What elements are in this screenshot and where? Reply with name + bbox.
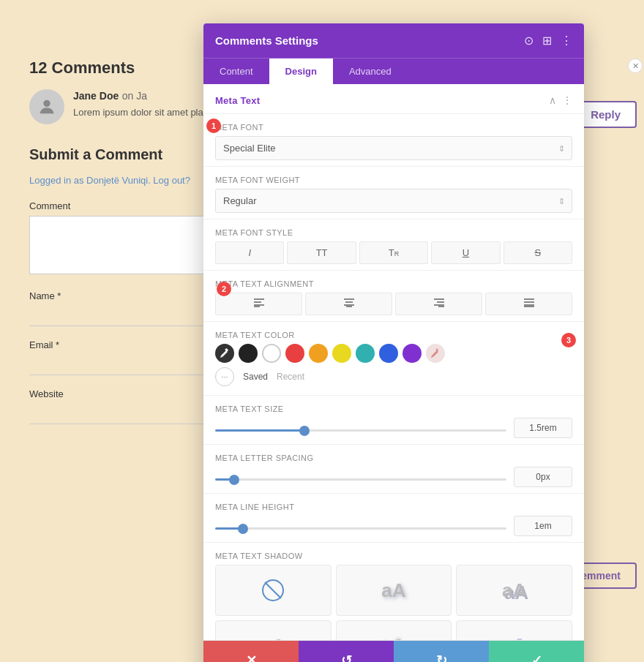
meta-font-label: Meta Font	[215, 123, 572, 132]
svg-rect-8	[346, 306, 352, 307]
shadow-inset[interactable]: aA	[336, 620, 452, 640]
align-left-btn[interactable]	[215, 293, 302, 315]
meta-text-size-group: Meta Text Size 1.5rem	[203, 396, 584, 445]
svg-rect-10	[437, 301, 444, 303]
panel-close-btn[interactable]: ✕	[628, 59, 643, 73]
align-buttons	[215, 293, 572, 315]
more-icon[interactable]: ⋮	[561, 34, 572, 48]
website-input[interactable]	[29, 404, 227, 424]
meta-letter-spacing-label: Meta Letter Spacing	[215, 454, 572, 462]
text-size-slider[interactable]	[215, 429, 506, 432]
meta-text-color-label: Meta Text Color	[215, 331, 572, 339]
style-buttons: I TT Tr U S	[215, 241, 572, 264]
line-height-value[interactable]: 1em	[514, 516, 572, 536]
meta-font-select-wrapper: Special Elite Georgia Arial Verdana	[215, 136, 572, 160]
svg-rect-16	[524, 306, 534, 307]
color-purple[interactable]	[402, 344, 422, 363]
style-tr[interactable]: Tr	[359, 241, 428, 264]
section-more-icon[interactable]: ⋮	[562, 94, 572, 106]
style-tt[interactable]: TT	[287, 241, 356, 264]
svg-line-20	[265, 582, 281, 598]
text-size-slider-wrap	[215, 421, 506, 435]
style-strikethrough[interactable]: S	[503, 241, 572, 264]
panel-header: Comments Settings ⊙ ⊞ ⋮	[203, 23, 584, 58]
meta-text-alignment-group: Meta Text Alignment	[203, 271, 584, 322]
meta-line-height-label: Meta Line Height	[215, 503, 572, 511]
align-right-btn[interactable]	[395, 293, 482, 315]
comment-textarea[interactable]	[29, 216, 227, 274]
meta-text-shadow-label: Meta Text Shadow	[215, 552, 572, 560]
meta-font-style-group: Meta Font Style I TT Tr U S	[203, 219, 584, 271]
comment-on-date: on Ja	[122, 90, 147, 102]
color-blue[interactable]	[379, 344, 398, 363]
svg-rect-18	[435, 348, 438, 351]
svg-rect-12	[438, 306, 444, 307]
meta-letter-spacing-group: Meta Letter Spacing 0px	[203, 445, 584, 494]
tab-content[interactable]: Content	[203, 59, 269, 84]
text-size-value[interactable]: 1.5rem	[514, 418, 572, 438]
comment-author: Jane Doe	[73, 90, 119, 102]
meta-font-weight-select[interactable]: Regular Bold Light	[215, 189, 572, 213]
target-icon[interactable]: ⊙	[524, 34, 533, 48]
panel-tabs: Content Design Advanced	[203, 58, 584, 84]
meta-line-height-group: Meta Line Height 1em	[203, 494, 584, 543]
panel-title: Comments Settings	[215, 34, 318, 47]
shadow-grid: aA aA aA aA aA	[215, 565, 572, 640]
shadow-bottom[interactable]: aA	[215, 620, 332, 640]
svg-rect-14	[524, 301, 534, 303]
color-pencil-pink[interactable]	[426, 344, 445, 363]
svg-rect-6	[345, 301, 353, 303]
line-height-slider-row: 1em	[215, 516, 572, 536]
meta-font-weight-group: Meta Font Weight Regular Bold Light	[203, 167, 584, 219]
panel-close-area: ✕	[628, 59, 643, 73]
meta-font-select[interactable]: Special Elite Georgia Arial Verdana	[215, 136, 572, 160]
svg-rect-3	[254, 304, 264, 306]
grid-icon[interactable]: ⊞	[542, 34, 552, 48]
line-height-slider[interactable]	[215, 527, 506, 530]
color-more-btn[interactable]: ···	[215, 367, 234, 386]
color-custom-wrapper	[215, 344, 234, 363]
letter-spacing-slider[interactable]	[215, 478, 506, 481]
cancel-button[interactable]: ✕	[203, 641, 299, 662]
letter-spacing-value[interactable]: 0px	[514, 467, 572, 487]
panel-footer: ✕ ↺ ↻ ✓	[203, 640, 584, 662]
shadow-none[interactable]	[215, 565, 332, 616]
shadow-outline[interactable]: aA	[456, 620, 572, 640]
color-yellow[interactable]	[332, 344, 351, 363]
color-saved-recent: ··· Saved Recent	[215, 363, 572, 389]
color-red[interactable]	[285, 344, 304, 363]
shadow-hard[interactable]: aA	[456, 565, 572, 616]
collapse-icon[interactable]: ∧	[549, 94, 556, 106]
color-black[interactable]	[239, 344, 258, 363]
color-orange[interactable]	[309, 344, 328, 363]
saved-label: Saved	[243, 372, 268, 382]
save-button[interactable]: ✓	[489, 641, 584, 662]
reset-button[interactable]: ↺	[299, 641, 394, 662]
svg-rect-4	[254, 306, 260, 307]
tab-design[interactable]: Design	[269, 59, 333, 84]
color-teal[interactable]	[356, 344, 375, 363]
style-underline[interactable]: U	[431, 241, 500, 264]
meta-text-size-label: Meta Text Size	[215, 405, 572, 413]
align-justify-btn[interactable]	[485, 293, 572, 315]
svg-rect-5	[344, 298, 354, 300]
name-input[interactable]	[29, 306, 227, 326]
tab-advanced[interactable]: Advanced	[333, 59, 408, 84]
refresh-button[interactable]: ↻	[394, 641, 489, 662]
avatar	[29, 89, 64, 124]
shadow-soft[interactable]: aA	[336, 565, 452, 616]
badge-2: 2	[217, 282, 231, 296]
recent-label: Recent	[277, 372, 304, 382]
meta-font-style-label: Meta Font Style	[215, 228, 572, 237]
style-italic[interactable]: I	[215, 241, 284, 264]
panel-body: Meta Text ∧ ⋮ Meta Font Special Elite Ge…	[203, 84, 584, 640]
color-white[interactable]	[262, 344, 281, 363]
email-input[interactable]	[29, 355, 227, 375]
svg-rect-1	[254, 298, 264, 300]
text-size-slider-row: 1.5rem	[215, 418, 572, 438]
align-center-btn[interactable]	[305, 293, 392, 315]
meta-text-section-header: Meta Text ∧ ⋮	[203, 84, 584, 114]
letter-spacing-slider-wrap	[215, 470, 506, 484]
color-custom-btn[interactable]	[215, 344, 234, 363]
line-height-slider-wrap	[215, 519, 506, 533]
